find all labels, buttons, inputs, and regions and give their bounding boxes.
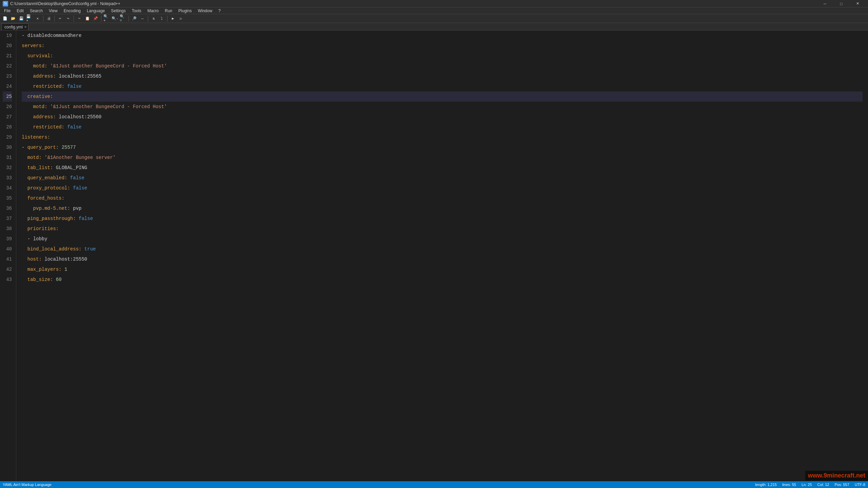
code-line-42: max_players: 1	[22, 264, 863, 274]
open-button[interactable]: 📂	[9, 15, 17, 22]
code-line-26: motd: '&1Just another BungeeCord - Force…	[22, 102, 863, 112]
run-button[interactable]: ▷	[177, 15, 185, 22]
code-line-27: address: localhost:25560	[22, 112, 863, 122]
menu-language[interactable]: Language	[84, 7, 107, 14]
code-line-40: bind_local_address: true	[22, 244, 863, 254]
sync-scroll-button[interactable]: ⇅	[150, 15, 157, 22]
toolbar-sep-3	[74, 16, 74, 22]
print-button[interactable]: 🖨	[45, 15, 53, 22]
code-line-24: restricted: false	[22, 81, 863, 92]
menu-encoding[interactable]: Encoding	[61, 7, 83, 14]
new-button[interactable]: 📄	[1, 15, 9, 22]
menu-window[interactable]: Window	[195, 7, 215, 14]
editor-content: 19 20 21 22 23 24 25 26 27 28 29 30 31 3…	[0, 30, 868, 481]
status-pos: Pos: 557	[834, 483, 849, 487]
code-line-34: proxy_protocol: false	[22, 183, 863, 193]
zoom-restore-button[interactable]: 🔍=	[119, 15, 127, 22]
code-line-29: listeners:	[22, 132, 863, 142]
menu-macro[interactable]: Macro	[145, 7, 161, 14]
code-line-30: - query_port: 25577	[22, 142, 863, 152]
code-line-39: - lobby	[22, 234, 863, 244]
close-doc-button[interactable]: ✕	[34, 15, 41, 22]
app-window: N C:\Users\tanmi\Desktop\BungeeCord\conf…	[0, 0, 868, 488]
code-area[interactable]: - disabledcommandhere servers: survival:…	[16, 30, 868, 481]
menu-edit[interactable]: Edit	[14, 7, 26, 14]
status-lines: lines: 55	[782, 483, 796, 487]
status-right: length: 1,215 lines: 55 Ln: 25 Col: 12 P…	[755, 483, 865, 487]
code-line-38: priorities:	[22, 224, 863, 234]
code-line-36: pvp.md-5.net: pvp	[22, 203, 863, 214]
toolbar-sep-6	[148, 16, 148, 22]
close-button[interactable]: ✕	[850, 0, 865, 7]
toolbar-sep-5	[129, 16, 129, 22]
tab-config-yml[interactable]: config.yml ✕	[1, 23, 28, 30]
menu-help[interactable]: ?	[216, 7, 223, 14]
menu-view[interactable]: View	[46, 7, 60, 14]
code-line-35: forced_hosts:	[22, 193, 863, 203]
code-line-19: - disabledcommandhere	[22, 30, 863, 41]
toolbar-sep-2	[54, 16, 55, 22]
app-icon: N	[3, 1, 8, 6]
zoom-in-button[interactable]: 🔍+	[103, 15, 111, 22]
status-left: YAML Ain't Markup Language	[3, 483, 52, 487]
window-title: C:\Users\tanmi\Desktop\BungeeCord\config…	[10, 1, 120, 6]
toolbar-sep-4	[101, 16, 101, 22]
save-all-button[interactable]: 💾+	[26, 15, 33, 22]
maximize-button[interactable]: □	[833, 0, 849, 7]
run-macro-button[interactable]: ▶	[169, 15, 177, 22]
code-line-28: restricted: false	[22, 122, 863, 132]
title-bar: N C:\Users\tanmi\Desktop\BungeeCord\conf…	[0, 0, 868, 7]
menu-run[interactable]: Run	[162, 7, 175, 14]
menu-plugins[interactable]: Plugins	[176, 7, 194, 14]
tab-close-icon[interactable]: ✕	[24, 25, 27, 29]
editor-container: 19 20 21 22 23 24 25 26 27 28 29 30 31 3…	[0, 30, 868, 481]
code-line-21: survival:	[22, 51, 863, 61]
watermark: www.9minecraft.net	[805, 471, 868, 481]
code-line-41: host: localhost:25550	[22, 254, 863, 264]
menu-bar: File Edit Search View Encoding Language …	[0, 7, 868, 14]
menu-settings[interactable]: Settings	[108, 7, 128, 14]
status-encoding: UTF-8	[855, 483, 865, 487]
menu-tools[interactable]: Tools	[129, 7, 144, 14]
code-line-25: creative:	[22, 92, 863, 102]
find-button[interactable]: 🔎	[131, 15, 138, 22]
save-button[interactable]: 💾	[18, 15, 25, 22]
paste-button[interactable]: 📌	[92, 15, 99, 22]
code-line-43: tab_size: 60	[22, 274, 863, 285]
copy-button[interactable]: 📋	[84, 15, 91, 22]
menu-search[interactable]: Search	[27, 7, 45, 14]
menu-file[interactable]: File	[1, 7, 13, 14]
code-line-20: servers:	[22, 41, 863, 51]
replace-button[interactable]: ↔	[139, 15, 146, 22]
window-controls: ─ □ ✕	[817, 0, 865, 7]
code-line-33: query_enabled: false	[22, 173, 863, 183]
line-numbers: 19 20 21 22 23 24 25 26 27 28 29 30 31 3…	[0, 30, 16, 481]
code-line-23: address: localhost:25565	[22, 71, 863, 81]
toolbar-sep-1	[43, 16, 43, 22]
redo-button[interactable]: ↪	[64, 15, 72, 22]
code-line-32: tab_list: GLOBAL_PING	[22, 163, 863, 173]
undo-button[interactable]: ↩	[56, 15, 64, 22]
status-ln: Ln: 25	[802, 483, 812, 487]
status-language: YAML Ain't Markup Language	[3, 483, 52, 487]
code-line-31: motd: '&1Another Bungee server'	[22, 152, 863, 163]
wrap-button[interactable]: ⤵	[158, 15, 165, 22]
status-length: length: 1,215	[755, 483, 777, 487]
status-col: Col: 12	[817, 483, 829, 487]
code-line-22: motd: '&1Just another BungeeCord - Force…	[22, 61, 863, 71]
cut-button[interactable]: ✂	[76, 15, 83, 22]
status-bar: YAML Ain't Markup Language length: 1,215…	[0, 481, 868, 488]
zoom-out-button[interactable]: 🔍-	[111, 15, 119, 22]
code-line-37: ping_passthrough: false	[22, 214, 863, 224]
toolbar-sep-7	[167, 16, 167, 22]
tab-label: config.yml	[4, 25, 23, 29]
tab-bar: config.yml ✕	[0, 23, 868, 30]
toolbar: 📄 📂 💾 💾+ ✕ 🖨 ↩ ↪ ✂ 📋 📌 🔍+ 🔍- 🔍= 🔎 ↔ ⇅ ⤵ …	[0, 14, 868, 23]
minimize-button[interactable]: ─	[817, 0, 833, 7]
